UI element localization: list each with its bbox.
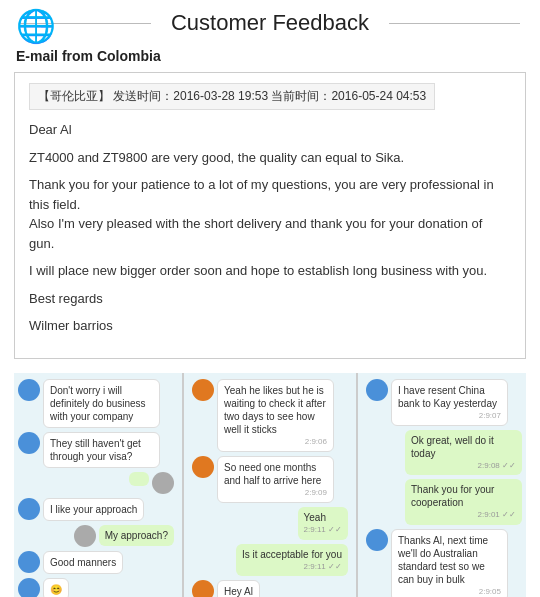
- header-lines: Customer Feedback: [20, 10, 520, 36]
- bubble: They still haven't get through your visa…: [43, 432, 160, 468]
- bubble: Thank you for your cooperation 2:9:01 ✓✓: [405, 479, 522, 524]
- avatar: [18, 551, 40, 573]
- list-item: Ok great, well do it today 2:9:08 ✓✓: [366, 430, 522, 475]
- col-divider-1: [182, 373, 184, 598]
- list-item: Hey Al 2:9:39: [192, 580, 348, 597]
- meta-send: 发送时间：2016-03-28 19:53: [113, 89, 268, 103]
- list-item: Good manners: [18, 551, 174, 574]
- chat-col-1: Don't worry i will definitely do busines…: [14, 373, 178, 598]
- avatar: [18, 432, 40, 454]
- avatar: [192, 379, 214, 401]
- header-line-right: [389, 23, 520, 24]
- chat-messages-3: I have resent China bank to Kay yesterda…: [362, 373, 526, 598]
- email-name: Wilmer barrios: [29, 316, 511, 336]
- bubble: [129, 472, 149, 486]
- email-line1: ZT4000 and ZT9800 are very good, the qua…: [29, 148, 511, 168]
- bubble: Ok great, well do it today 2:9:08 ✓✓: [405, 430, 522, 475]
- bubble: 😊: [43, 578, 69, 598]
- email-block: 【哥伦比亚】 发送时间：2016-03-28 19:53 当前时间：2016-0…: [14, 72, 526, 359]
- avatar: [192, 580, 214, 597]
- chat-area: Don't worry i will definitely do busines…: [14, 373, 526, 598]
- bubble: I have resent China bank to Kay yesterda…: [391, 379, 508, 426]
- avatar: [74, 525, 96, 547]
- chat-messages-1: Don't worry i will definitely do busines…: [14, 373, 178, 598]
- meta-country: 哥伦比亚: [50, 89, 98, 103]
- list-item: Don't worry i will definitely do busines…: [18, 379, 174, 428]
- list-item: 😊: [18, 578, 174, 598]
- list-item: Yeah he likes but he is waiting to check…: [192, 379, 348, 452]
- list-item: Thanks Al, next time we'll do Australian…: [366, 529, 522, 597]
- bubble: My approach?: [99, 525, 174, 546]
- page-title: Customer Feedback: [161, 10, 379, 36]
- email-line2: Thank you for your patience to a lot of …: [29, 175, 511, 253]
- bubble: Yeah he likes but he is waiting to check…: [217, 379, 334, 452]
- header: 🌐 Customer Feedback: [0, 0, 540, 42]
- email-meta: 【哥伦比亚】 发送时间：2016-03-28 19:53 当前时间：2016-0…: [29, 83, 435, 110]
- list-item: They still haven't get through your visa…: [18, 432, 174, 468]
- chat-messages-2: Yeah he likes but he is waiting to check…: [188, 373, 352, 598]
- section-label: E-mail from Colombia: [0, 42, 540, 72]
- list-item: Yeah 2:9:11 ✓✓: [192, 507, 348, 539]
- meta-bracket-left: 【: [38, 89, 50, 103]
- bubble: Thanks Al, next time we'll do Australian…: [391, 529, 508, 597]
- avatar: [366, 529, 388, 551]
- avatar: [18, 498, 40, 520]
- meta-current: 当前时间：2016-05-24 04:53: [271, 89, 426, 103]
- avatar: [18, 379, 40, 401]
- avatar: [18, 578, 40, 598]
- bubble: Hey Al 2:9:39: [217, 580, 260, 597]
- chat-col-3: I have resent China bank to Kay yesterda…: [362, 373, 526, 598]
- email-line3: I will place new bigger order soon and h…: [29, 261, 511, 281]
- col-divider-2: [356, 373, 358, 598]
- list-item: [18, 472, 174, 494]
- list-item: I have resent China bank to Kay yesterda…: [366, 379, 522, 426]
- avatar: [152, 472, 174, 494]
- email-greeting: Dear Al: [29, 120, 511, 140]
- bubble: I like your approach: [43, 498, 144, 521]
- bubble: Is it acceptable for you 2:9:11 ✓✓: [236, 544, 348, 576]
- list-item: Is it acceptable for you 2:9:11 ✓✓: [192, 544, 348, 576]
- bubble: So need one months and half to arrive he…: [217, 456, 334, 503]
- avatar: [366, 379, 388, 401]
- list-item: My approach?: [18, 525, 174, 547]
- meta-bracket-right: 】: [98, 89, 110, 103]
- list-item: I like your approach: [18, 498, 174, 521]
- chat-col-2: Yeah he likes but he is waiting to check…: [188, 373, 352, 598]
- list-item: Thank you for your cooperation 2:9:01 ✓✓: [366, 479, 522, 524]
- list-item: So need one months and half to arrive he…: [192, 456, 348, 503]
- email-body: Dear Al ZT4000 and ZT9800 are very good,…: [29, 120, 511, 336]
- bubble: Don't worry i will definitely do busines…: [43, 379, 160, 428]
- bubble: Good manners: [43, 551, 123, 574]
- globe-icon: 🌐: [18, 8, 54, 44]
- avatar: [192, 456, 214, 478]
- email-closing: Best regards: [29, 289, 511, 309]
- bubble: Yeah 2:9:11 ✓✓: [298, 507, 348, 539]
